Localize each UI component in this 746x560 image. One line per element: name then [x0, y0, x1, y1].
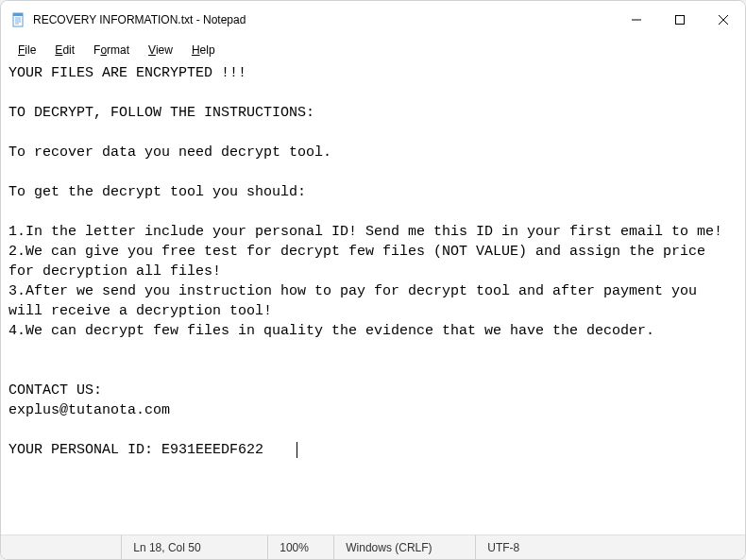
status-zoom: 100% [267, 535, 333, 559]
menu-help[interactable]: Help [182, 42, 225, 59]
menubar: File Edit Format View Help [1, 39, 745, 61]
close-button[interactable] [702, 1, 745, 39]
menu-file-rest: ile [25, 43, 36, 57]
menu-edit-rest: dit [62, 43, 75, 57]
menu-format[interactable]: Format [84, 42, 139, 59]
status-cursor-position: Ln 18, Col 50 [121, 535, 267, 559]
status-encoding: UTF-8 [475, 535, 579, 559]
svg-rect-1 [13, 13, 23, 16]
menu-view-rest: iew [156, 43, 173, 57]
menu-file[interactable]: File [8, 42, 45, 59]
statusbar: Ln 18, Col 50 100% Windows (CRLF) UTF-8 [1, 535, 745, 559]
menu-edit[interactable]: Edit [45, 42, 84, 59]
window-title: RECOVERY INFORMATION.txt - Notepad [33, 13, 246, 26]
menu-view[interactable]: View [139, 42, 182, 59]
titlebar-left: RECOVERY INFORMATION.txt - Notepad [10, 12, 246, 27]
notepad-icon [10, 12, 25, 27]
svg-rect-7 [676, 16, 685, 25]
status-line-ending: Windows (CRLF) [333, 535, 475, 559]
minimize-button[interactable] [615, 1, 658, 39]
titlebar: RECOVERY INFORMATION.txt - Notepad [1, 1, 745, 39]
notepad-window: RECOVERY INFORMATION.txt - Notepad File … [0, 0, 746, 560]
document-text: YOUR FILES ARE ENCRYPTED !!! TO DECRYPT,… [8, 65, 722, 458]
maximize-button[interactable] [658, 1, 702, 39]
menu-format-rest: rmat [107, 43, 129, 57]
text-area[interactable]: YOUR FILES ARE ENCRYPTED !!! TO DECRYPT,… [1, 61, 745, 535]
text-cursor [297, 442, 297, 458]
menu-help-rest: elp [200, 43, 215, 57]
titlebar-buttons [615, 1, 745, 39]
